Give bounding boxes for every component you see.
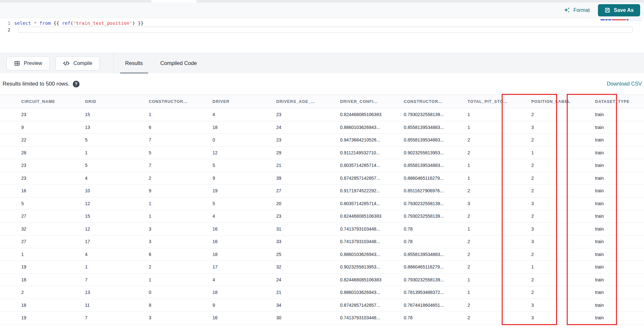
format-label: Format [573,7,590,13]
table-row: 23575210.8035714285714...0.8558139534883… [0,159,644,172]
table-cell: 1 [468,290,531,295]
tab-compiled-code[interactable]: Compiled Code [157,53,200,74]
table-cell: 4 [85,252,149,257]
table-cell: 8 [149,303,213,308]
table-cell: 0.9473684210526... [340,137,404,142]
table-cell: 28 [21,150,85,155]
table-cell: train [595,264,644,269]
column-header-drivers_age_: DRIVERS_AGE_... [276,99,340,104]
active-code-line[interactable] [18,27,633,33]
line-number-2: 2 [0,27,14,32]
table-cell: train [595,150,644,155]
table-cell: 0.8742857142857... [340,303,404,308]
column-header-position_label: POSITION_LABEL [531,99,595,104]
code-icon [63,60,70,67]
table-cell: 2 [468,303,531,308]
table-row: 181189340.8742857142857...0.767441860465… [0,299,644,312]
results-header-row: CIRCUIT_NAMEGRIDCONSTRUCTOR...DRIVERDRIV… [0,95,644,108]
table-cell: train [595,112,644,117]
column-header-driver_confi: DRIVER_CONFI... [340,99,404,104]
table-cell: 19 [213,188,276,193]
table-grid-icon [14,60,20,67]
table-cell: 21 [276,163,340,168]
table-cell: 0.7413793103448... [340,315,404,320]
table-cell: 1 [468,112,531,117]
table-cell: 17 [85,239,149,244]
table-cell: 3 [531,226,595,232]
editor-minimap[interactable] [600,18,641,21]
table-cell: 0.7930232558139... [404,214,468,219]
table-cell: 0.7930232558139... [404,112,468,117]
table-cell: 0.8558139534883... [404,163,468,168]
code-token: ref [62,21,70,26]
table-cell: train [595,226,644,232]
table-row: 271514230.8244680851063830.7930232558139… [0,210,644,223]
table-cell: train [595,303,644,308]
table-cell: 16 [213,226,276,232]
results-status-row: Results limited to 500 rows. ? Download … [0,73,644,95]
table-cell: 0.8742857142857... [340,176,404,181]
table-cell: 2 [468,239,531,244]
table-cell: 0.8860103626943... [340,252,404,257]
table-cell: 13 [85,290,149,295]
table-cell: 1 [468,163,531,168]
table-cell: 3 [531,201,595,206]
code-line-1[interactable]: select * from {{ ref('train_test_positio… [14,21,144,26]
table-cell: 23 [276,214,340,219]
table-cell: 9 [213,303,276,308]
column-header-circuit_name: CIRCUIT_NAME [21,99,85,104]
table-row: 3212316310.7413793103448...0.7813train [0,223,644,236]
tab-results[interactable]: Results [122,53,146,74]
table-cell: 23 [276,137,340,142]
save-as-button[interactable]: Save As [598,4,640,16]
sql-editor[interactable]: 1 select * from {{ ref('train_test_posit… [0,18,644,53]
table-row: 18714240.8244680851063830.7930232558139.… [0,274,644,287]
table-row: 281512290.9112149532710...0.902325581395… [0,147,644,159]
table-cell: 2 [531,214,595,219]
table-row: 14618250.8860103626943...0.8558139534883… [0,248,644,261]
table-cell: 30 [276,315,340,320]
compile-button[interactable]: Compile [55,56,100,70]
table-cell: 12 [85,201,149,206]
table-cell: 24 [276,277,340,282]
table-cell: 1 [149,201,213,206]
format-button[interactable]: Format [564,7,590,14]
table-cell: 0.78 [404,239,468,244]
table-cell: 1 [531,264,595,269]
table-cell: 0.7813953488372... [404,290,468,295]
preview-button[interactable]: Preview [6,56,50,70]
table-cell: 7 [149,137,213,142]
table-cell: 11 [85,303,149,308]
table-cell: 2 [21,290,85,295]
table-cell: 3 [531,303,595,308]
table-cell: 0.7930232558139... [404,277,468,282]
table-cell: 4 [85,176,149,181]
compile-label: Compile [73,60,92,66]
table-cell: 1 [468,125,531,130]
table-cell: 3 [149,239,213,244]
table-cell: 12 [213,150,276,155]
table-cell: 2 [531,163,595,168]
table-cell: 23 [21,163,85,168]
code-token: {{ [51,21,62,26]
table-cell: 2 [531,277,595,282]
save-icon [604,7,611,13]
table-cell: 16 [21,188,85,193]
help-icon[interactable]: ? [73,81,80,87]
table-cell: 5 [149,150,213,155]
download-csv-link[interactable]: Download CSV [607,81,642,87]
table-cell: 34 [276,303,340,308]
table-cell: 18 [213,290,276,295]
table-cell: 0.824468085106383 [340,277,404,282]
table-cell: 0.78 [404,315,468,320]
table-cell: 4 [213,214,276,219]
table-row: 231514230.8244680851063830.7930232558139… [0,108,644,121]
active-file-tab[interactable] [151,0,196,3]
table-cell: 1 [21,252,85,257]
table-cell: 6 [149,125,213,130]
table-cell: 31 [276,226,340,232]
preview-label: Preview [24,60,42,66]
table-cell: train [595,252,644,257]
table-cell: train [595,277,644,282]
table-cell: 1 [85,150,149,155]
